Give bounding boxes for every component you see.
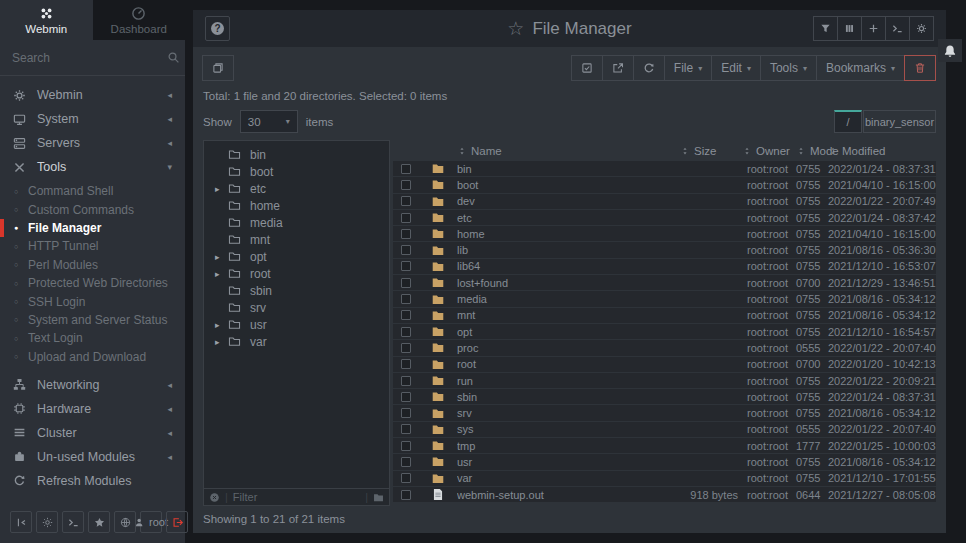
table-row-opt[interactable]: opt root:root 0755 2021/12/10 - 16:54:57: [393, 324, 936, 340]
tree-item-mnt[interactable]: mnt: [204, 231, 389, 248]
row-checkbox[interactable]: [401, 490, 411, 500]
tree-item-opt[interactable]: ▸opt: [204, 248, 389, 265]
row-checkbox[interactable]: [401, 229, 411, 239]
sidebar-item-tools[interactable]: Tools▾: [0, 155, 185, 179]
table-row-etc[interactable]: etc root:root 0755 2022/01/24 - 08:37:42: [393, 210, 936, 226]
tree-filter-input[interactable]: [233, 491, 360, 503]
tree-item-media[interactable]: media: [204, 214, 389, 231]
row-checkbox[interactable]: [401, 261, 411, 271]
tree-item-root[interactable]: ▸root: [204, 265, 389, 282]
row-checkbox[interactable]: [401, 424, 411, 434]
clear-filter-icon[interactable]: [209, 492, 220, 503]
table-row-boot[interactable]: boot root:root 0755 2021/04/10 - 16:15:0…: [393, 177, 936, 193]
row-checkbox[interactable]: [401, 278, 411, 288]
sidebar-item-un-used-modules[interactable]: Un-used Modules◂: [0, 445, 185, 469]
breadcrumb-root-button[interactable]: /: [834, 110, 862, 133]
row-checkbox[interactable]: [401, 457, 411, 467]
sidebar-item-protected-web-directories[interactable]: ○Protected Web Directories: [0, 274, 185, 292]
sidebar-item-upload-and-download[interactable]: ○Upload and Download: [0, 348, 185, 366]
menu-tools-button[interactable]: Tools▾: [760, 55, 817, 81]
tree-item-sbin[interactable]: sbin: [204, 282, 389, 299]
sort-by-size[interactable]: Size: [678, 145, 738, 157]
table-row-tmp[interactable]: tmp root:root 1777 2022/01/25 - 10:00:03: [393, 438, 936, 454]
sidebar-item-cluster[interactable]: Cluster◂: [0, 421, 185, 445]
tab-dashboard[interactable]: Dashboard: [93, 0, 186, 40]
sort-by-mode[interactable]: Mode: [796, 145, 828, 157]
create-button[interactable]: [861, 16, 886, 41]
menu-edit-button[interactable]: Edit▾: [711, 55, 761, 81]
sidebar-item-custom-commands[interactable]: ○Custom Commands: [0, 200, 185, 218]
sidebar-item-refresh-modules[interactable]: Refresh Modules: [0, 469, 185, 493]
sort-by-owner[interactable]: Owner: [738, 145, 796, 157]
tree-item-usr[interactable]: ▸usr: [204, 316, 389, 333]
tree-item-srv[interactable]: srv: [204, 299, 389, 316]
row-checkbox[interactable]: [401, 310, 411, 320]
row-checkbox[interactable]: [401, 392, 411, 402]
page-size-select[interactable]: 30 ▾: [240, 110, 298, 133]
favorites-button[interactable]: [88, 511, 110, 533]
menu-bookmarks-button[interactable]: Bookmarks▾: [816, 55, 905, 81]
row-checkbox[interactable]: [401, 473, 411, 483]
row-checkbox[interactable]: [401, 294, 411, 304]
row-checkbox[interactable]: [401, 180, 411, 190]
expand-icon[interactable]: ▸: [215, 252, 220, 262]
sidebar-item-text-login[interactable]: ○Text Login: [0, 329, 185, 347]
notifications-button[interactable]: [938, 39, 962, 62]
columns-button[interactable]: [837, 16, 862, 41]
sidebar-item-http-tunnel[interactable]: ○HTTP Tunnel: [0, 237, 185, 255]
sidebar-item-ssh-login[interactable]: ○SSH Login: [0, 292, 185, 310]
settings-button[interactable]: [909, 16, 934, 41]
row-checkbox[interactable]: [401, 245, 411, 255]
table-row-sys[interactable]: sys root:root 0555 2022/01/22 - 20:07:40: [393, 422, 936, 438]
table-row-proc[interactable]: proc root:root 0555 2022/01/22 - 20:07:4…: [393, 340, 936, 356]
table-row-dev[interactable]: dev root:root 0755 2022/01/22 - 20:07:49: [393, 194, 936, 210]
row-checkbox[interactable]: [401, 327, 411, 337]
collapse-sidebar-button[interactable]: [10, 511, 32, 533]
expand-icon[interactable]: ▸: [215, 320, 220, 330]
help-button[interactable]: ?: [205, 16, 230, 41]
table-row-webmin-setup-out[interactable]: webmin-setup.out 918 bytes root:root 064…: [393, 487, 936, 503]
table-row-run[interactable]: run root:root 0755 2022/01/22 - 20:09:21: [393, 373, 936, 389]
tree-item-var[interactable]: ▸var: [204, 333, 389, 350]
folder-icon[interactable]: [373, 492, 384, 503]
expand-icon[interactable]: ▸: [215, 337, 220, 347]
search-input[interactable]: [12, 51, 167, 65]
tab-webmin[interactable]: Webmin: [0, 0, 93, 40]
sort-by-name[interactable]: Name: [457, 145, 678, 157]
sidebar-item-perl-modules[interactable]: ○Perl Modules: [0, 256, 185, 274]
table-row-bin[interactable]: bin root:root 0755 2022/01/24 - 08:37:31: [393, 161, 936, 177]
terminal-button[interactable]: [62, 511, 84, 533]
delete-button[interactable]: [904, 55, 936, 81]
path-search-input[interactable]: [863, 110, 936, 133]
select-all-button[interactable]: [571, 55, 603, 81]
toggle-theme-button[interactable]: [36, 511, 58, 533]
filter-button[interactable]: [813, 16, 838, 41]
export-button[interactable]: [602, 55, 634, 81]
sidebar-item-command-shell[interactable]: ○Command Shell: [0, 182, 185, 200]
sidebar-item-system-and-server-status[interactable]: ○System and Server Status: [0, 311, 185, 329]
table-row-usr[interactable]: usr root:root 0755 2021/08/16 - 05:34:12: [393, 454, 936, 470]
favorite-star-icon[interactable]: ☆: [507, 17, 524, 40]
row-checkbox[interactable]: [401, 441, 411, 451]
row-checkbox[interactable]: [401, 376, 411, 386]
sidebar-item-networking[interactable]: Networking◂: [0, 373, 185, 397]
sidebar-item-system[interactable]: System◂: [0, 107, 185, 131]
table-row-lib[interactable]: lib root:root 0755 2021/08/16 - 05:36:30: [393, 242, 936, 258]
sidebar-item-webmin[interactable]: Webmin◂: [0, 83, 185, 107]
table-row-sbin[interactable]: sbin root:root 0755 2022/01/24 - 08:37:3…: [393, 389, 936, 405]
tree-item-boot[interactable]: boot: [204, 163, 389, 180]
row-checkbox[interactable]: [401, 213, 411, 223]
language-button[interactable]: [114, 511, 136, 533]
sidebar-item-file-manager[interactable]: ●File Manager: [0, 219, 185, 237]
terminal-button[interactable]: [885, 16, 910, 41]
expand-icon[interactable]: ▸: [215, 184, 220, 194]
sidebar-item-hardware[interactable]: Hardware◂: [0, 397, 185, 421]
sidebar-item-servers[interactable]: Servers◂: [0, 131, 185, 155]
row-checkbox[interactable]: [401, 196, 411, 206]
logout-button[interactable]: [166, 511, 188, 533]
row-checkbox[interactable]: [401, 164, 411, 174]
row-checkbox[interactable]: [401, 359, 411, 369]
sort-by-modified[interactable]: Modified: [828, 145, 936, 157]
tree-item-bin[interactable]: bin: [204, 146, 389, 163]
table-row-lib64[interactable]: lib64 root:root 0755 2021/12/10 - 16:53:…: [393, 259, 936, 275]
